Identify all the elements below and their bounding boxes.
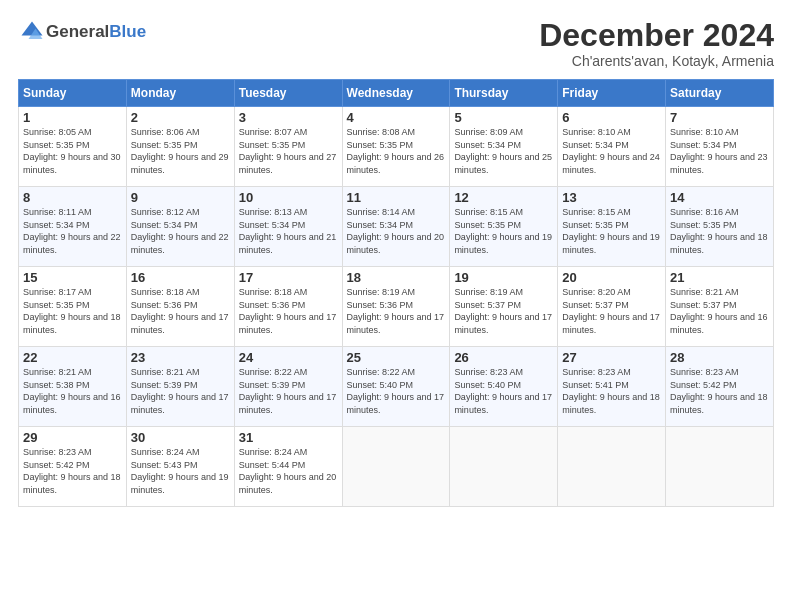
logo-icon — [18, 18, 46, 46]
cell-details: Sunrise: 8:21 AM Sunset: 5:39 PM Dayligh… — [131, 366, 230, 416]
cell-details: Sunrise: 8:15 AM Sunset: 5:35 PM Dayligh… — [562, 206, 661, 256]
table-row: 13Sunrise: 8:15 AM Sunset: 5:35 PM Dayli… — [558, 187, 666, 267]
col-wednesday: Wednesday — [342, 80, 450, 107]
day-number: 28 — [670, 350, 769, 365]
calendar-week-row: 1Sunrise: 8:05 AM Sunset: 5:35 PM Daylig… — [19, 107, 774, 187]
table-row — [558, 427, 666, 507]
cell-details: Sunrise: 8:05 AM Sunset: 5:35 PM Dayligh… — [23, 126, 122, 176]
day-number: 19 — [454, 270, 553, 285]
day-number: 17 — [239, 270, 338, 285]
cell-details: Sunrise: 8:23 AM Sunset: 5:42 PM Dayligh… — [670, 366, 769, 416]
table-row: 12Sunrise: 8:15 AM Sunset: 5:35 PM Dayli… — [450, 187, 558, 267]
cell-details: Sunrise: 8:24 AM Sunset: 5:44 PM Dayligh… — [239, 446, 338, 496]
calendar-week-row: 29Sunrise: 8:23 AM Sunset: 5:42 PM Dayli… — [19, 427, 774, 507]
cell-details: Sunrise: 8:19 AM Sunset: 5:37 PM Dayligh… — [454, 286, 553, 336]
subtitle: Ch'arents'avan, Kotayk, Armenia — [539, 53, 774, 69]
col-tuesday: Tuesday — [234, 80, 342, 107]
cell-details: Sunrise: 8:21 AM Sunset: 5:37 PM Dayligh… — [670, 286, 769, 336]
cell-details: Sunrise: 8:21 AM Sunset: 5:38 PM Dayligh… — [23, 366, 122, 416]
table-row: 28Sunrise: 8:23 AM Sunset: 5:42 PM Dayli… — [666, 347, 774, 427]
table-row: 9Sunrise: 8:12 AM Sunset: 5:34 PM Daylig… — [126, 187, 234, 267]
cell-details: Sunrise: 8:10 AM Sunset: 5:34 PM Dayligh… — [670, 126, 769, 176]
table-row: 25Sunrise: 8:22 AM Sunset: 5:40 PM Dayli… — [342, 347, 450, 427]
table-row: 8Sunrise: 8:11 AM Sunset: 5:34 PM Daylig… — [19, 187, 127, 267]
day-number: 3 — [239, 110, 338, 125]
logo-blue-text: Blue — [109, 22, 146, 42]
day-number: 11 — [347, 190, 446, 205]
col-monday: Monday — [126, 80, 234, 107]
table-row: 2Sunrise: 8:06 AM Sunset: 5:35 PM Daylig… — [126, 107, 234, 187]
calendar-week-row: 15Sunrise: 8:17 AM Sunset: 5:35 PM Dayli… — [19, 267, 774, 347]
day-number: 21 — [670, 270, 769, 285]
day-number: 27 — [562, 350, 661, 365]
day-number: 31 — [239, 430, 338, 445]
table-row: 29Sunrise: 8:23 AM Sunset: 5:42 PM Dayli… — [19, 427, 127, 507]
cell-details: Sunrise: 8:24 AM Sunset: 5:43 PM Dayligh… — [131, 446, 230, 496]
header: GeneralBlue December 2024 Ch'arents'avan… — [18, 18, 774, 69]
day-number: 9 — [131, 190, 230, 205]
day-number: 16 — [131, 270, 230, 285]
cell-details: Sunrise: 8:23 AM Sunset: 5:40 PM Dayligh… — [454, 366, 553, 416]
day-number: 10 — [239, 190, 338, 205]
table-row — [342, 427, 450, 507]
table-row: 16Sunrise: 8:18 AM Sunset: 5:36 PM Dayli… — [126, 267, 234, 347]
cell-details: Sunrise: 8:23 AM Sunset: 5:42 PM Dayligh… — [23, 446, 122, 496]
cell-details: Sunrise: 8:07 AM Sunset: 5:35 PM Dayligh… — [239, 126, 338, 176]
day-number: 6 — [562, 110, 661, 125]
day-number: 15 — [23, 270, 122, 285]
cell-details: Sunrise: 8:22 AM Sunset: 5:39 PM Dayligh… — [239, 366, 338, 416]
table-row: 19Sunrise: 8:19 AM Sunset: 5:37 PM Dayli… — [450, 267, 558, 347]
col-friday: Friday — [558, 80, 666, 107]
day-number: 25 — [347, 350, 446, 365]
cell-details: Sunrise: 8:09 AM Sunset: 5:34 PM Dayligh… — [454, 126, 553, 176]
day-number: 14 — [670, 190, 769, 205]
day-number: 30 — [131, 430, 230, 445]
cell-details: Sunrise: 8:11 AM Sunset: 5:34 PM Dayligh… — [23, 206, 122, 256]
cell-details: Sunrise: 8:12 AM Sunset: 5:34 PM Dayligh… — [131, 206, 230, 256]
day-number: 22 — [23, 350, 122, 365]
calendar-week-row: 22Sunrise: 8:21 AM Sunset: 5:38 PM Dayli… — [19, 347, 774, 427]
table-row: 22Sunrise: 8:21 AM Sunset: 5:38 PM Dayli… — [19, 347, 127, 427]
cell-details: Sunrise: 8:18 AM Sunset: 5:36 PM Dayligh… — [131, 286, 230, 336]
table-row — [450, 427, 558, 507]
table-row: 6Sunrise: 8:10 AM Sunset: 5:34 PM Daylig… — [558, 107, 666, 187]
title-block: December 2024 Ch'arents'avan, Kotayk, Ar… — [539, 18, 774, 69]
svg-marker-0 — [22, 22, 43, 36]
day-number: 5 — [454, 110, 553, 125]
day-number: 4 — [347, 110, 446, 125]
cell-details: Sunrise: 8:20 AM Sunset: 5:37 PM Dayligh… — [562, 286, 661, 336]
logo: GeneralBlue — [18, 18, 146, 46]
table-row: 14Sunrise: 8:16 AM Sunset: 5:35 PM Dayli… — [666, 187, 774, 267]
calendar-header-row: Sunday Monday Tuesday Wednesday Thursday… — [19, 80, 774, 107]
page: GeneralBlue December 2024 Ch'arents'avan… — [0, 0, 792, 612]
table-row: 5Sunrise: 8:09 AM Sunset: 5:34 PM Daylig… — [450, 107, 558, 187]
table-row: 4Sunrise: 8:08 AM Sunset: 5:35 PM Daylig… — [342, 107, 450, 187]
day-number: 20 — [562, 270, 661, 285]
cell-details: Sunrise: 8:17 AM Sunset: 5:35 PM Dayligh… — [23, 286, 122, 336]
cell-details: Sunrise: 8:13 AM Sunset: 5:34 PM Dayligh… — [239, 206, 338, 256]
day-number: 2 — [131, 110, 230, 125]
day-number: 8 — [23, 190, 122, 205]
day-number: 12 — [454, 190, 553, 205]
table-row: 10Sunrise: 8:13 AM Sunset: 5:34 PM Dayli… — [234, 187, 342, 267]
table-row: 24Sunrise: 8:22 AM Sunset: 5:39 PM Dayli… — [234, 347, 342, 427]
main-title: December 2024 — [539, 18, 774, 53]
table-row: 26Sunrise: 8:23 AM Sunset: 5:40 PM Dayli… — [450, 347, 558, 427]
table-row: 7Sunrise: 8:10 AM Sunset: 5:34 PM Daylig… — [666, 107, 774, 187]
table-row: 20Sunrise: 8:20 AM Sunset: 5:37 PM Dayli… — [558, 267, 666, 347]
day-number: 23 — [131, 350, 230, 365]
calendar-table: Sunday Monday Tuesday Wednesday Thursday… — [18, 79, 774, 507]
cell-details: Sunrise: 8:08 AM Sunset: 5:35 PM Dayligh… — [347, 126, 446, 176]
cell-details: Sunrise: 8:18 AM Sunset: 5:36 PM Dayligh… — [239, 286, 338, 336]
table-row: 18Sunrise: 8:19 AM Sunset: 5:36 PM Dayli… — [342, 267, 450, 347]
day-number: 13 — [562, 190, 661, 205]
cell-details: Sunrise: 8:22 AM Sunset: 5:40 PM Dayligh… — [347, 366, 446, 416]
day-number: 7 — [670, 110, 769, 125]
day-number: 18 — [347, 270, 446, 285]
day-number: 24 — [239, 350, 338, 365]
col-thursday: Thursday — [450, 80, 558, 107]
table-row: 21Sunrise: 8:21 AM Sunset: 5:37 PM Dayli… — [666, 267, 774, 347]
cell-details: Sunrise: 8:15 AM Sunset: 5:35 PM Dayligh… — [454, 206, 553, 256]
cell-details: Sunrise: 8:19 AM Sunset: 5:36 PM Dayligh… — [347, 286, 446, 336]
table-row: 17Sunrise: 8:18 AM Sunset: 5:36 PM Dayli… — [234, 267, 342, 347]
